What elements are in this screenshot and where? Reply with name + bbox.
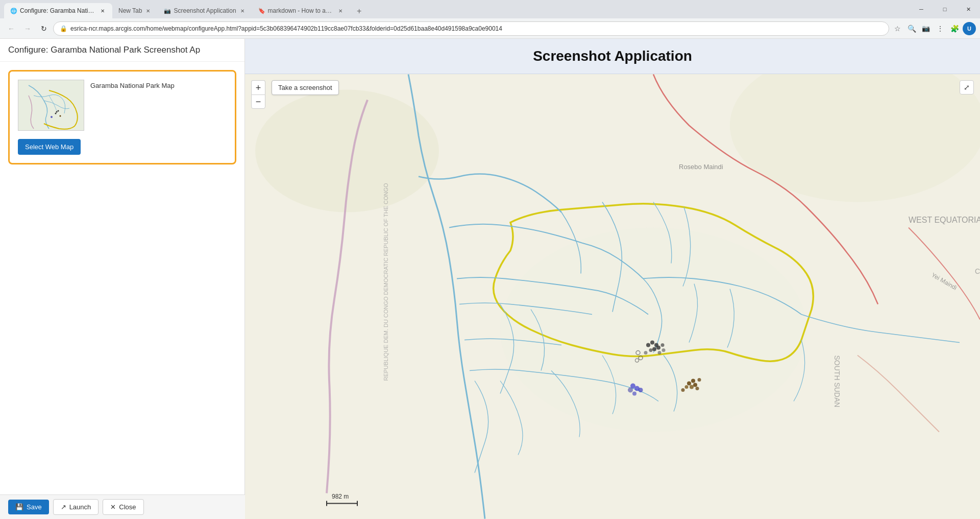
- app-title: Screenshot Application: [533, 48, 692, 64]
- tab-favicon-configure: 🌐: [10, 8, 17, 14]
- map-header: Screenshot Application: [245, 39, 980, 74]
- map-thumbnail: [18, 80, 84, 131]
- address-text: esrica-ncr.maps.arcgis.com/home/webmap/c…: [70, 25, 502, 32]
- select-web-map-button[interactable]: Select Web Map: [18, 139, 81, 155]
- profile-avatar[interactable]: U: [963, 22, 976, 35]
- svg-text:WEST EQUATORIA: WEST EQUATORIA: [909, 216, 980, 224]
- svg-point-26: [628, 388, 633, 393]
- tab-markdown[interactable]: 🔖 markdown - How to add imag… ✕: [252, 3, 350, 18]
- svg-point-1: [56, 111, 58, 113]
- window-controls: ─ □ ✕: [910, 0, 980, 18]
- close-button[interactable]: ✕ Close: [103, 499, 143, 515]
- take-screenshot-button[interactable]: Take a screenshot: [272, 80, 339, 95]
- right-panel: Screenshot Application: [245, 39, 980, 519]
- svg-point-4: [51, 116, 53, 118]
- config-panel-inner: Garamba National Park Map Select Web Map: [0, 62, 244, 519]
- browser-extensions[interactable]: 🧩: [948, 22, 961, 35]
- lock-icon: 🔒: [60, 25, 67, 32]
- address-bar[interactable]: 🔒 esrica-ncr.maps.arcgis.com/home/webmap…: [53, 21, 889, 36]
- save-button[interactable]: 💾 Save: [8, 500, 49, 514]
- svg-point-27: [639, 388, 643, 392]
- new-tab-button[interactable]: +: [352, 4, 366, 18]
- svg-point-14: [652, 347, 656, 351]
- tab-close-screenshot[interactable]: ✕: [239, 7, 246, 14]
- svg-point-12: [650, 341, 654, 345]
- svg-text:REPUBLIQUE DEM. DU CONGO DEMOC: REPUBLIQUE DEM. DU CONGO DEMOCRATIC REPU…: [383, 183, 389, 381]
- back-button[interactable]: ←: [4, 21, 18, 36]
- svg-point-19: [658, 351, 662, 355]
- svg-point-35: [681, 388, 685, 392]
- tab-new-tab[interactable]: New Tab ✕: [112, 3, 158, 18]
- tab-title-configure: Configure: Garamba National Pa…: [20, 7, 96, 14]
- svg-point-31: [693, 383, 697, 387]
- tab-bar: 🌐 Configure: Garamba National Pa… ✕ New …: [0, 0, 910, 18]
- browser-action-zoom[interactable]: 🔍: [905, 22, 918, 35]
- map-visualization: WEST EQUATORIA CE... SOUTH SUDAN REPUBLI…: [245, 74, 980, 519]
- svg-text:SOUTH SUDAN: SOUTH SUDAN: [833, 356, 841, 408]
- svg-point-3: [55, 113, 57, 114]
- svg-point-29: [687, 382, 691, 386]
- forward-button[interactable]: →: [20, 21, 35, 36]
- browser-action-screenshot[interactable]: 📷: [920, 22, 932, 35]
- browser-window: 🌐 Configure: Garamba National Pa… ✕ New …: [0, 0, 980, 519]
- svg-text:982 m: 982 m: [332, 493, 349, 500]
- maximize-button[interactable]: □: [933, 0, 957, 18]
- svg-point-18: [644, 351, 648, 355]
- close-window-button[interactable]: ✕: [957, 0, 980, 18]
- page-content: Configure: Garamba National Park Screens…: [0, 39, 980, 519]
- browser-controls: ← → ↻ 🔒 esrica-ncr.maps.arcgis.com/home/…: [0, 18, 980, 39]
- svg-point-28: [632, 392, 636, 396]
- svg-point-20: [662, 348, 666, 352]
- tab-close-newtab[interactable]: ✕: [144, 7, 152, 14]
- svg-point-30: [691, 379, 695, 383]
- page-title: Configure: Garamba National Park Screens…: [0, 39, 244, 62]
- svg-point-5: [60, 115, 61, 117]
- map-controls: + −: [251, 80, 265, 109]
- launch-button[interactable]: ↗ Launch: [53, 499, 99, 515]
- fullscreen-button[interactable]: ⤢: [960, 80, 974, 95]
- close-icon: ✕: [110, 503, 116, 511]
- svg-point-16: [649, 348, 653, 352]
- svg-point-36: [698, 378, 701, 382]
- tab-screenshot-app[interactable]: 📷 Screenshot Application ✕: [158, 3, 252, 18]
- left-panel: Configure: Garamba National Park Screens…: [0, 39, 245, 519]
- browser-action-bookmark[interactable]: ☆: [891, 22, 903, 35]
- tab-favicon-screenshot: 📷: [164, 8, 171, 14]
- web-map-card-content: Garamba National Park Map: [18, 80, 227, 131]
- tab-title-markdown: markdown - How to add imag…: [268, 7, 334, 14]
- tab-title-newtab: New Tab: [118, 7, 142, 14]
- map-name: Garamba National Park Map: [90, 82, 227, 89]
- svg-point-11: [646, 343, 650, 347]
- map-info: Garamba National Park Map: [90, 80, 227, 89]
- svg-point-10: [500, 228, 806, 432]
- svg-point-2: [58, 110, 59, 112]
- svg-point-34: [696, 387, 699, 390]
- svg-point-15: [656, 346, 660, 350]
- refresh-button[interactable]: ↻: [37, 21, 51, 36]
- browser-action-more[interactable]: ⋮: [934, 22, 946, 35]
- launch-icon: ↗: [61, 503, 66, 511]
- zoom-in-button[interactable]: +: [251, 80, 265, 95]
- save-icon: 💾: [15, 503, 23, 511]
- map-area: WEST EQUATORIA CE... SOUTH SUDAN REPUBLI…: [245, 74, 980, 519]
- thumbnail-svg: [18, 80, 84, 131]
- tab-favicon-markdown: 🔖: [258, 8, 265, 14]
- bottom-bar: 💾 Save ↗ Launch ✕ Close: [0, 494, 245, 519]
- svg-text:Rosebo Maindi: Rosebo Maindi: [679, 163, 723, 171]
- minimize-button[interactable]: ─: [910, 0, 933, 18]
- tab-configure[interactable]: 🌐 Configure: Garamba National Pa… ✕: [4, 3, 112, 18]
- zoom-out-button[interactable]: −: [251, 95, 265, 109]
- svg-point-17: [661, 343, 665, 347]
- svg-text:CE...: CE...: [975, 267, 980, 275]
- tab-close-markdown[interactable]: ✕: [337, 7, 344, 14]
- tab-close-configure[interactable]: ✕: [99, 7, 106, 14]
- svg-point-33: [685, 385, 689, 389]
- tab-title-screenshot: Screenshot Application: [174, 7, 236, 14]
- svg-point-32: [690, 385, 694, 389]
- web-map-card: Garamba National Park Map Select Web Map: [8, 70, 236, 164]
